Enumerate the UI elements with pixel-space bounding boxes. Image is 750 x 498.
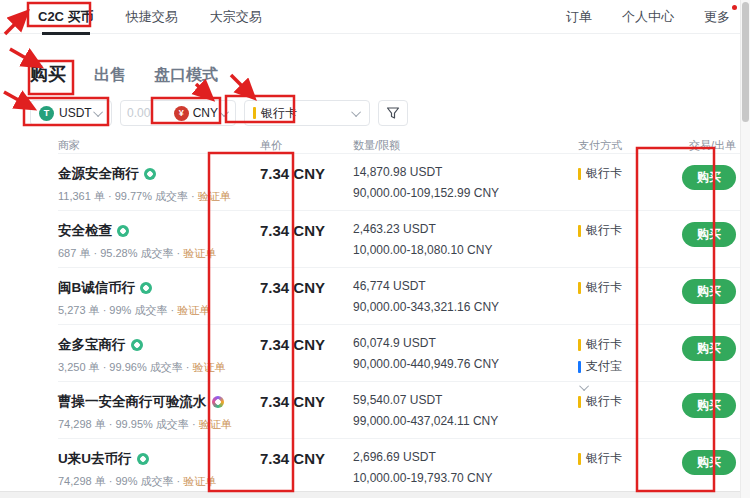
scrollbar-track[interactable]: [740, 0, 750, 498]
bankcard-bar-icon: [578, 282, 581, 294]
payment-method: 银行卡: [586, 279, 622, 296]
merchant-stats: 3,250 单 · 99.96% 成交率 ·: [58, 361, 193, 373]
header-price: 单价: [252, 138, 345, 153]
unit-price: 7.34 CNY: [252, 222, 345, 267]
filter-bar: T USDT ¥ CNY 银行卡: [30, 100, 750, 126]
nav-more-link[interactable]: 更多: [704, 8, 730, 26]
verified-merchant-icon: [140, 282, 152, 294]
nav-tab-label: 快捷交易: [126, 9, 178, 24]
merchant-name[interactable]: 闽B诚信币行: [58, 279, 135, 297]
active-tab-underline: [42, 32, 90, 35]
payment-method: 银行卡: [586, 336, 622, 353]
table-row: 金源安全商行 11,361 单 · 99.77% 成交率 · 验证单 7.34 …: [58, 153, 750, 210]
merchant-name[interactable]: 曹操一安全商行可验流水: [58, 393, 207, 411]
nav-tab-label: 大宗交易: [210, 9, 262, 24]
payment-method: 银行卡: [586, 393, 622, 410]
merchant-name[interactable]: 安全检查: [58, 222, 112, 240]
buy-button[interactable]: 购买: [682, 336, 736, 361]
verified-merchant-icon: [131, 339, 143, 351]
chevron-down-icon: [351, 107, 361, 117]
merchant-stats: 74,298 单 · 99.95% 成交率 ·: [58, 418, 199, 430]
funnel-icon: [386, 106, 400, 120]
nav-tab-block-trade[interactable]: 大宗交易: [210, 8, 262, 26]
buy-button[interactable]: 购买: [682, 165, 736, 190]
fiat-select[interactable]: ¥ CNY: [174, 106, 229, 121]
crypto-select-value: USDT: [59, 106, 92, 120]
filter-button[interactable]: [378, 100, 408, 126]
chevron-down-icon: [93, 107, 103, 117]
unit-price: 7.34 CNY: [252, 279, 345, 324]
merchant-name[interactable]: U来U去币行: [58, 450, 132, 468]
verified-tag: 验证单: [177, 304, 210, 316]
bankcard-bar-icon: [253, 107, 256, 119]
unit-price: 7.34 CNY: [252, 165, 345, 210]
limit-range: 10,000.00-18,080.10 CNY: [353, 243, 570, 257]
available-amount: 46,774 USDT: [353, 279, 570, 293]
merchant-stats: 687 单 · 95.28% 成交率 ·: [58, 247, 183, 259]
tab-buy[interactable]: 购买: [30, 62, 66, 86]
nav-account-link[interactable]: 个人中心: [622, 8, 674, 26]
nav-orders-link[interactable]: 订单: [566, 8, 592, 26]
verified-tag: 验证单: [199, 418, 232, 430]
merchant-name[interactable]: 金多宝商行: [58, 336, 126, 354]
available-amount: 2,696.69 USDT: [353, 450, 570, 464]
verified-merchant-icon: [137, 453, 149, 465]
buy-button[interactable]: 购买: [682, 222, 736, 247]
cny-icon: ¥: [174, 106, 189, 121]
bankcard-bar-icon: [578, 225, 581, 237]
payment-method: 银行卡: [586, 165, 622, 182]
nav-tab-express[interactable]: 快捷交易: [126, 8, 178, 26]
amount-input[interactable]: [127, 106, 167, 120]
header-payment: 支付方式: [570, 138, 678, 153]
nav-tab-c2c-buy[interactable]: C2C 买币: [38, 8, 94, 26]
available-amount: 14,870.98 USDT: [353, 165, 570, 179]
limit-range: 90,000.00-440,949.76 CNY: [353, 357, 570, 371]
verified-tag: 验证单: [183, 247, 216, 259]
buy-button[interactable]: 购买: [682, 450, 736, 475]
verified-tag: 验证单: [198, 190, 231, 202]
expand-payments-icon[interactable]: [579, 381, 589, 391]
c2c-trading-page: C2C 买币 快捷交易 大宗交易 订单 个人中心 更多 购买 出售 盘口模式 T: [0, 0, 750, 498]
bankcard-bar-icon: [578, 396, 581, 408]
merchant-stats: 11,361 单 · 99.77% 成交率 ·: [58, 190, 198, 202]
tab-orderbook-mode[interactable]: 盘口模式: [154, 65, 218, 86]
unit-price: 7.34 CNY: [252, 336, 345, 394]
buy-button[interactable]: 购买: [682, 279, 736, 304]
payment-select-value: 银行卡: [261, 105, 297, 122]
available-amount: 59,540.07 USDT: [353, 393, 570, 407]
buy-button[interactable]: 购买: [682, 393, 736, 418]
table-row: 闽B诚信币行 5,273 单 · 99% 成交率 · 验证单 7.34 CNY …: [58, 267, 750, 324]
merchant-stats: 74,298 单 · 99% 成交率 ·: [58, 475, 183, 487]
trade-mode-tabs: 购买 出售 盘口模式: [30, 62, 750, 86]
crypto-select[interactable]: T USDT: [30, 100, 112, 126]
payment-method: 支付宝: [586, 358, 622, 375]
limit-range: 90,000.00-343,321.16 CNY: [353, 300, 570, 314]
bankcard-bar-icon: [578, 339, 581, 351]
alipay-bar-icon: [578, 361, 581, 373]
merchant-name[interactable]: 金源安全商行: [58, 165, 139, 183]
verified-tag: 验证单: [183, 475, 216, 487]
bankcard-bar-icon: [578, 453, 581, 465]
scrollbar-thumb[interactable]: [742, 2, 749, 122]
top-navigation: C2C 买币 快捷交易 大宗交易 订单 个人中心 更多: [0, 0, 750, 34]
available-amount: 2,463.23 USDT: [353, 222, 570, 236]
notification-dot: [732, 5, 737, 10]
table-row: 安全检查 687 单 · 95.28% 成交率 · 验证单 7.34 CNY 2…: [58, 210, 750, 267]
payment-method-select[interactable]: 银行卡: [244, 100, 370, 126]
limit-range: 99,000.00-437,024.11 CNY: [353, 414, 570, 428]
limit-range: 90,000.00-109,152.99 CNY: [353, 186, 570, 200]
merchant-stats: 5,273 单 · 99% 成交率 ·: [58, 304, 177, 316]
limit-range: 10,000.00-19,793.70 CNY: [353, 471, 570, 485]
verified-merchant-icon: [117, 225, 129, 237]
page-cutoff-strip: [0, 491, 740, 498]
nav-more-label: 更多: [704, 9, 730, 24]
verified-merchant-icon: [212, 396, 224, 408]
payment-method: 银行卡: [586, 222, 622, 239]
tab-sell[interactable]: 出售: [94, 65, 126, 86]
bankcard-bar-icon: [578, 168, 581, 180]
nav-tab-label: C2C 买币: [38, 9, 94, 24]
payment-method: 银行卡: [586, 450, 622, 467]
verified-merchant-icon: [144, 168, 156, 180]
unit-price: 7.34 CNY: [252, 450, 345, 495]
table-header: 商家 单价 数量/限额 支付方式 交易/出单: [58, 138, 750, 153]
